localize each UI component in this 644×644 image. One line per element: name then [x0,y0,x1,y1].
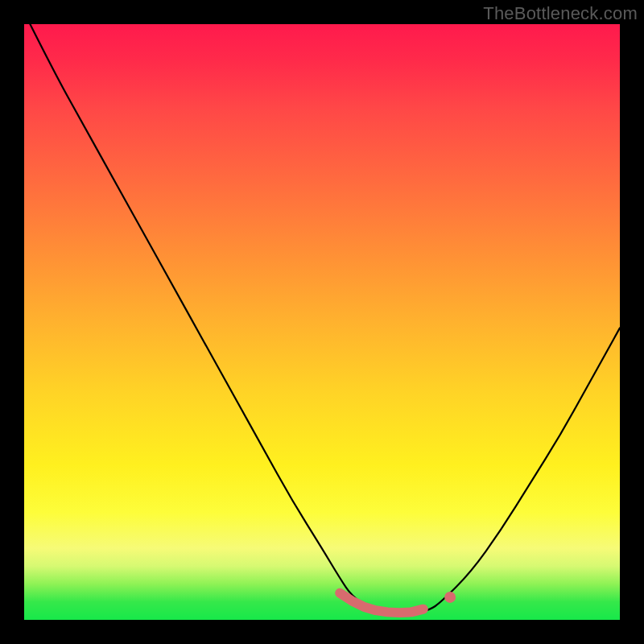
plot-area [24,24,620,620]
chart-frame: TheBottleneck.com [0,0,644,644]
watermark-text: TheBottleneck.com [483,3,638,24]
trough-marker-segment [340,593,423,613]
bottleneck-curve [24,12,620,613]
chart-svg [24,24,620,620]
right-marker-dot [444,592,456,603]
